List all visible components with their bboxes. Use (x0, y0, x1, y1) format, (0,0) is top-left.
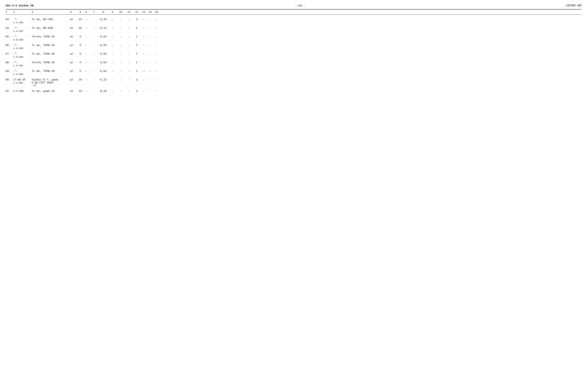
row-c5: 5 (78, 70, 83, 73)
row-c10: – (117, 61, 125, 64)
row-c9: – (108, 26, 117, 30)
row-desc: То же, ВН-600 (32, 26, 70, 30)
row-c7: – (89, 90, 98, 93)
row-num: 90. (6, 78, 13, 82)
row-num: 9I. (6, 90, 13, 93)
col-header-9: 9 (108, 11, 117, 14)
row-c8: 0,03 (98, 61, 108, 64)
table-row: 9I. п.5-002 То же, диам.IO шт IO – – 0,2… (6, 88, 582, 96)
row-c11: – (125, 18, 133, 21)
table-row: 85. –"– п.6-038 Тигель ТКПН-IO шт 5 – – … (6, 34, 582, 42)
row-c14: – (147, 44, 153, 47)
row-desc: То же, диам.IO (32, 90, 70, 93)
row-ref: –"– п.6-039 (13, 44, 32, 50)
row-desc: Тигель ТКПН-IO (32, 35, 70, 38)
row-desc: То же, ТКПВ-40 (32, 70, 70, 73)
row-c12: I (133, 52, 140, 56)
table-row: 84. –"– п.4-29I То же, ВН-600 шт IO – – … (6, 25, 582, 34)
col-header-2: 2 (13, 11, 32, 14)
table-row: 83. –"– п.4-290 То же, ВН-250 шт I5 – – … (6, 16, 582, 25)
row-c14: – (147, 70, 153, 73)
row-desc: Тигель ТКПВ-20 (32, 61, 70, 64)
row-ref: –"– п.6-042 (13, 61, 32, 67)
row-c8: 0,26 (98, 90, 108, 93)
row-c14: – (147, 61, 153, 64)
row-c12: I (133, 70, 140, 73)
col-header-8: 8 (98, 11, 108, 14)
row-num: 85. (6, 35, 13, 38)
row-c13: –– (140, 70, 147, 73)
row-num: 86. (6, 44, 13, 47)
row-c10: – (117, 70, 125, 73)
row-c10: – (117, 52, 125, 56)
row-c8: 0,I5 (98, 78, 108, 82)
row-ref: п.5-002 (13, 90, 32, 93)
row-c12: 2 (133, 26, 140, 30)
row-c9: – (108, 70, 117, 73)
col-header-11: II (125, 11, 133, 14)
row-unit: шт (70, 61, 78, 64)
row-num: 84. (6, 26, 13, 30)
row-c7: – (89, 70, 98, 73)
col-header-6: 6 (83, 11, 89, 14)
row-c6: – (83, 70, 89, 73)
row-c11: – (125, 78, 133, 82)
row-c15: – (153, 35, 160, 38)
row-c15: – (153, 44, 160, 47)
row-c8: 0,I9 (98, 18, 108, 21)
row-c7: – (89, 18, 98, 21)
col-header-5: 5 (78, 11, 83, 14)
row-unit: шт (70, 70, 78, 73)
row-c13: – (140, 78, 147, 82)
col-header-7: 7 (89, 11, 98, 14)
row-c9: – (108, 44, 117, 47)
row-c12: I (133, 44, 140, 47)
row-c12: 3 (133, 18, 140, 21)
row-c10: – (117, 35, 125, 38)
row-desc: Трубка ТС-Т, диам. 6 мм ГОСТ 9964– –7I (32, 78, 70, 87)
row-c5: I5 (78, 18, 83, 21)
row-c5: IO (78, 78, 83, 82)
col-header-4: 4 (70, 11, 78, 14)
row-c10: – (117, 44, 125, 47)
row-c11: – (125, 35, 133, 38)
row-c13: – (140, 90, 147, 93)
col-header-14: I4 (147, 11, 153, 14)
row-c11: – (125, 70, 133, 73)
row-c15: – (153, 61, 160, 64)
row-c10: – (117, 26, 125, 30)
row-c11: – (125, 52, 133, 56)
row-desc: То же, ТКПН-40 (32, 52, 70, 56)
column-header-row: I 2 3 4 5 6 7 8 9 IO II I2 I3 I4 I5 (6, 10, 582, 15)
row-c10: – (117, 78, 125, 82)
row-c11: – (125, 26, 133, 30)
row-c15: – (153, 70, 160, 73)
row-unit: шт (70, 35, 78, 38)
row-c11: – (125, 44, 133, 47)
row-c12: 2 (133, 78, 140, 82)
row-c5: 5 (78, 35, 83, 38)
row-unit: шт (70, 90, 78, 93)
row-c8: 0,05 (98, 52, 108, 56)
row-c13: – (140, 18, 147, 21)
col-header-12: I2 (133, 11, 140, 14)
row-c6: – (83, 26, 89, 30)
row-c14: – (147, 78, 153, 82)
row-unit: шт (70, 26, 78, 30)
row-c7: – (89, 44, 98, 47)
row-c13: – (140, 61, 147, 64)
row-c5: 5 (78, 61, 83, 64)
row-c12: I (133, 61, 140, 64)
row-c13: – (140, 35, 147, 38)
row-ref: –"– п.6-038 (13, 35, 32, 41)
row-c13: – (140, 52, 147, 56)
row-ref: –"– п.6-040 (13, 52, 32, 58)
table-row: 89. –"– п.6-045 То же, ТКПВ-40 шт 5 – – … (6, 68, 582, 77)
page-header: 902-9-6 Альбом УШ – 126 – 16396-08 (6, 4, 582, 8)
row-c15: – (153, 18, 160, 21)
row-c6: – (83, 18, 89, 21)
row-num: 83. (6, 18, 13, 21)
row-c7: – (89, 26, 98, 30)
row-c9: – (108, 35, 117, 38)
row-c14: – (147, 90, 153, 93)
